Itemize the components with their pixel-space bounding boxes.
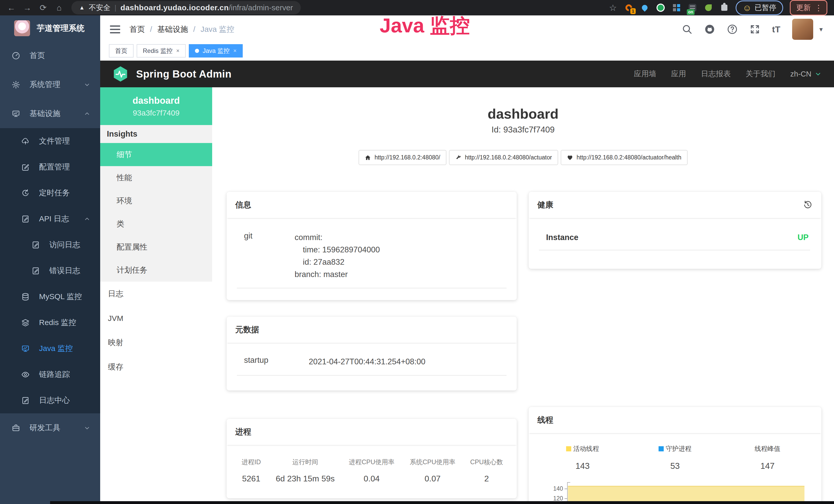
sidebar-item-log-center[interactable]: 日志中心 [0,387,100,413]
extension-puzzle-icon[interactable] [720,3,729,12]
bookmark-star-icon[interactable]: ☆ [608,3,617,13]
app-sidebar: 芋道管理系统 首页 系统管理 基础设施 文件管理 [0,16,100,504]
column-header: 进程ID [233,458,269,466]
avatar[interactable] [792,19,813,40]
sba-nav-wallboard[interactable]: 应用墙 [634,69,656,79]
github-icon[interactable] [704,24,715,35]
smiley-icon: ☺ [743,3,751,13]
sidebar-item-api-logs[interactable]: API 日志 [0,206,100,232]
browser-back-icon[interactable]: ← [7,3,16,13]
browser-reload-icon[interactable]: ⟳ [39,3,48,13]
breadcrumb-infra[interactable]: 基础设施 [157,24,188,35]
eye-icon [21,370,30,379]
instance-name: dashboard [133,95,180,106]
metadata-card: 元数据 startup 2021-04-27T00:44:31.254+08:0… [226,317,517,391]
sidebar-item-system[interactable]: 系统管理 [0,70,100,99]
service-url-link[interactable]: http://192.168.0.2:48080/ [358,150,446,165]
process-card-title: 进程 [226,419,517,445]
browser-home-icon[interactable]: ⌂ [54,3,64,13]
sidebar-item-label: 日志中心 [39,395,90,406]
browser-forward-icon[interactable]: → [23,3,32,13]
tab-close-icon[interactable]: × [233,47,237,54]
column-value: 2 [463,474,510,483]
spring-boot-admin-nav: 应用墙 应用 日志报表 关于我们 zh-CN [634,69,822,79]
sidebar-item-infra[interactable]: 基础设施 [0,99,100,128]
timer-icon [21,189,30,198]
actuator-url-link[interactable]: http://192.168.0.2:48080/actuator [449,150,558,165]
instance-nav-jvm[interactable]: JVM [100,306,212,330]
help-icon[interactable] [727,24,738,35]
health-key: Instance [546,233,578,242]
tab-java-monitor[interactable]: Java 监控 × [189,44,243,58]
extension-icon-6[interactable] [704,3,713,12]
gear-icon [12,81,20,89]
process-uptime-col: 运行时间 6d 23h 15m 59s [269,458,341,483]
extension-icon-2[interactable] [640,3,649,12]
extension-icon-1[interactable]: 1 [624,3,633,12]
cpu-cores-col: CPU核心数 2 [463,458,510,483]
legend-label: 活动线程 [573,445,599,452]
fullscreen-icon[interactable] [749,24,760,35]
column-header: CPU核心数 [463,458,510,466]
active-tab-dot [195,49,199,53]
sidebar-item-java-monitor[interactable]: Java 监控 [0,336,100,362]
sba-nav-about[interactable]: 关于我们 [746,69,775,79]
health-url-link[interactable]: http://192.168.0.2:48080/actuator/health [561,150,687,165]
breadcrumb-home[interactable]: 首页 [129,24,145,35]
tab-close-icon[interactable]: × [176,47,179,54]
sidebar-item-mysql-monitor[interactable]: MySQL 监控 [0,284,100,310]
not-secure-warning-icon: ▲ [79,4,85,11]
tab-redis-monitor[interactable]: Redis 监控 × [137,44,186,58]
instance-sidebar: dashboard 93a3fc7f7409 Insights 细节 性能 环境… [100,87,212,504]
search-icon[interactable] [682,24,693,35]
sidebar-item-file-management[interactable]: 文件管理 [0,128,100,154]
sidebar-item-home[interactable]: 首页 [0,41,100,70]
sidebar-fold-icon[interactable] [110,25,120,33]
instance-nav-logs[interactable]: 日志 [100,282,212,306]
sidebar-item-access-logs[interactable]: 访问日志 [0,232,100,258]
sba-nav-applications[interactable]: 应用 [671,69,686,79]
sidebar-item-error-logs[interactable]: 错误日志 [0,258,100,284]
tab-home[interactable]: 首页 [109,44,134,58]
sidebar-item-label: Java 监控 [39,343,90,354]
history-icon[interactable] [803,200,813,210]
sidebar-item-scheduled-tasks[interactable]: 定时任务 [0,180,100,206]
legend-yellow-swatch [566,446,571,451]
metadata-card-title: 元数据 [226,317,517,343]
instance-nav-details[interactable]: 细节 [100,143,212,166]
info-git-row: git commit: time: 1596289704000 id: 27aa… [237,231,506,288]
instance-nav-environment[interactable]: 环境 [100,189,212,212]
browser-menu-icon[interactable]: ⋮ [815,3,822,12]
legend-live-threads: 活动线程 143 [536,444,629,471]
instance-header: dashboard 93a3fc7f7409 [100,87,212,125]
instance-nav-caches[interactable]: 缓存 [100,355,212,379]
extension-icon-5[interactable]: on [688,3,697,12]
system-cpu-col: 系统CPU使用率 0.07 [402,458,463,483]
sidebar-item-devtools[interactable]: 研发工具 [0,413,100,442]
sidebar-item-trace[interactable]: 链路追踪 [0,362,100,387]
annotation-overlay-text: Java 监控 [380,12,470,39]
metadata-value: 2021-04-27T00:44:31.254+08:00 [309,356,506,368]
instance-nav-scheduled[interactable]: 计划任务 [100,258,212,282]
extension-icon-4[interactable] [672,3,681,12]
column-header: 运行时间 [269,458,341,466]
column-header: 系统CPU使用率 [402,458,463,466]
instance-nav-metrics[interactable]: 性能 [100,166,212,189]
sidebar-item-redis-monitor[interactable]: Redis 监控 [0,310,100,336]
y-tick: 120 [553,495,567,502]
address-bar[interactable]: ▲ 不安全 | dashboard.yudao.iocoder.cn/infra… [71,1,301,15]
sidebar-item-config-management[interactable]: 配置管理 [0,154,100,180]
tab-label: Redis 监控 [143,47,173,55]
instance-nav-classes[interactable]: 类 [100,212,212,235]
avatar-caret-icon[interactable]: ▾ [819,25,823,33]
paused-badge[interactable]: ☺ 已暂停 [736,1,783,15]
font-size-icon[interactable]: tT [772,24,780,35]
legend-label: 守护进程 [666,445,692,452]
locale-select[interactable]: zh-CN [790,70,822,78]
update-button[interactable]: 更新 ⋮ [790,0,827,16]
extension-icon-3[interactable] [656,3,665,12]
app-logo-row[interactable]: 芋道管理系统 [0,16,100,41]
instance-nav-config-props[interactable]: 配置属性 [100,235,212,258]
instance-nav-mappings[interactable]: 映射 [100,330,212,355]
sba-nav-journal[interactable]: 日志报表 [701,69,731,79]
